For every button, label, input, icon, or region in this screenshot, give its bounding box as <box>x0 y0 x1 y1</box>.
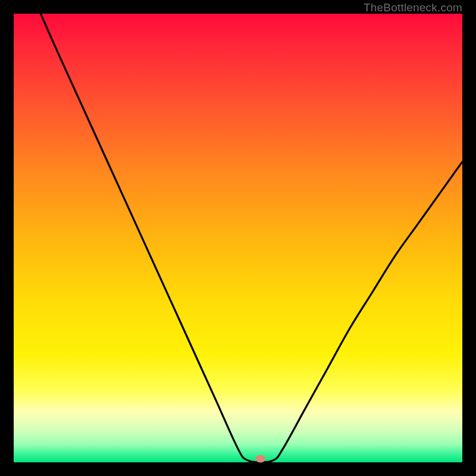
bottleneck-curve <box>40 14 462 462</box>
optimal-marker <box>255 455 265 463</box>
chart-svg <box>14 14 462 462</box>
chart-frame: TheBottleneck.com <box>0 0 476 476</box>
watermark-text: TheBottleneck.com <box>364 1 462 14</box>
